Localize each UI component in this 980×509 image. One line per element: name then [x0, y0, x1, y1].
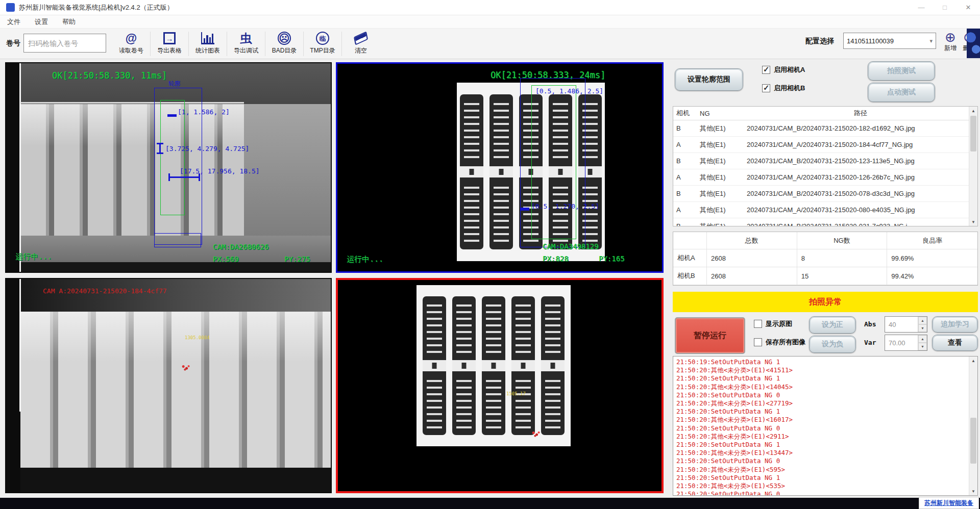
menu-file[interactable]: 文件	[0, 15, 28, 28]
show-original-checkbox[interactable]: 显示原图	[754, 319, 792, 328]
defect-dots	[182, 365, 190, 371]
camera-a-ng-view: CAM A:20240731-215020-184-4cf77 1305.000…	[5, 278, 332, 493]
bottom-status-bar	[0, 498, 980, 509]
read-roll-button[interactable]: @ 读取卷号	[113, 30, 149, 58]
toolbar-separator	[303, 32, 304, 56]
rfid-tag	[511, 296, 535, 435]
clear-button[interactable]: 清空	[343, 30, 379, 58]
table-row[interactable]: B其他(E1)20240731/CAM_B/20240731-215020-07…	[673, 186, 977, 202]
checkbox-icon	[754, 338, 762, 346]
window-title: 苏州新川智能装备视觉系统[品检机]v2.4.2（正式版）	[19, 3, 174, 12]
set-positive-button[interactable]: 设为正	[809, 316, 856, 334]
app-window: 苏州新川智能装备视觉系统[品检机]v2.4.2（正式版） — □ ✕ 文件 设置…	[0, 0, 980, 509]
var-value-stepper[interactable]: 70.00 ▲▼	[885, 335, 927, 351]
camera-a-cam-id: CAM:DA2680626	[213, 243, 269, 251]
stats-rate-b: 99.42%	[887, 267, 977, 285]
minimize-button[interactable]: —	[910, 1, 933, 15]
log-line: 21:50:20:SetOutPutData NG 1	[676, 474, 974, 482]
toolbar-separator	[150, 32, 151, 56]
abs-value-stepper[interactable]: 40 ▲▼	[885, 316, 927, 333]
camera-b-live-view: OK[21:50:58.333, 24ms] [0.5, 1.486, 2.5]…	[336, 62, 664, 273]
log-list[interactable]: 21:50:19:SetOutPutData NG 1 21:50:20:其他<…	[673, 356, 978, 496]
log-line: 21:50:20:其他<未分类>(E1)<2911>	[676, 432, 974, 441]
bad-folder-icon: ☹	[278, 32, 291, 45]
vendor-link-tab: 苏州新川智能装备	[919, 497, 979, 509]
scroll-down-icon[interactable]: ▼	[969, 218, 977, 226]
tmp-folder-button[interactable]: 临 TMP目录	[305, 30, 340, 58]
menu-settings[interactable]: 设置	[28, 15, 55, 28]
statistics-chart-button[interactable]: 统计图表	[190, 30, 226, 58]
append-learning-button[interactable]: 追加学习	[932, 316, 978, 333]
save-all-images-checkbox[interactable]: 保存所有图像	[754, 338, 809, 347]
table-row[interactable]: A其他(E1)20240731/CAM_A/20240731-215020-12…	[673, 169, 977, 186]
table-row[interactable]: B其他(E1)20240731/CAM_B/20240731-215020-02…	[673, 218, 977, 226]
ng-table-scrollbar[interactable]: ▲ ▼	[969, 107, 977, 226]
wallpaper-strip	[967, 29, 980, 58]
export-debug-button[interactable]: 虫 导出调试	[228, 30, 264, 58]
log-line: 21:50:20:SetOutPutData NG 1	[676, 441, 974, 449]
pause-run-button[interactable]: 暂停运行	[675, 317, 745, 354]
toolbar-separator	[265, 32, 265, 56]
table-row[interactable]: B其他(E1)20240731/CAM_B/20240731-215020-12…	[673, 153, 977, 169]
camera-a-status-text: OK[21:50:58.330, 11ms]	[52, 70, 167, 81]
vendor-link[interactable]: 苏州新川智能装备	[924, 499, 973, 507]
enable-camera-a-checkbox[interactable]: 启用相机A	[762, 65, 805, 74]
stepper-down-icon[interactable]: ▼	[918, 324, 927, 332]
log-line: 21:50:20:SetOutPutData NG 1	[676, 374, 974, 383]
export-table-button[interactable]: → 导出表格	[152, 30, 187, 58]
table-row[interactable]: A其他(E1)20240731/CAM_A/20240731-215020-18…	[673, 137, 977, 153]
log-line: 21:50:20:其他<未分类>(E1)<13447>	[676, 449, 974, 457]
camera-b-px: PX:828	[543, 254, 569, 263]
view-button[interactable]: 查看	[932, 335, 978, 351]
rfid-tag	[489, 94, 513, 249]
stepper-down-icon[interactable]: ▼	[918, 343, 927, 350]
measurement-label: [1, 1.586, 2]	[178, 108, 230, 116]
table-row[interactable]: A其他(E1)20240731/CAM_A/20240731-215020-08…	[673, 202, 977, 218]
stats-rate-a: 99.69%	[887, 249, 977, 267]
camera-a-px: PX:569	[213, 255, 239, 263]
config-select-dropdown[interactable]: 1410511100039 ▾	[843, 33, 936, 49]
camera-a-detect-box	[160, 100, 185, 215]
stepper-up-icon[interactable]: ▲	[918, 335, 927, 343]
scroll-down-icon[interactable]: ▼	[969, 487, 977, 495]
capture-alert-banner: 拍照异常	[673, 292, 978, 312]
rfid-tag	[541, 296, 565, 435]
stats-total-b: 2608	[707, 267, 797, 285]
log-line: 21:50:20:其他<未分类>(E1)<535>	[676, 482, 974, 490]
measurement-label: [3.725, 4.279, 4.725]	[165, 145, 249, 152]
measurement-marker	[167, 114, 177, 117]
tmp-folder-icon: 临	[316, 32, 329, 45]
ng-file-table: 相机 NG 路径 B其他(E1)20240731/CAM_B/20240731-…	[673, 106, 978, 226]
table-row[interactable]: B其他(E1)20240731/CAM_B/20240731-215020-18…	[673, 120, 977, 137]
stats-table: 总数 NG数 良品率 相机A 2608 8 99.69% 相机B 2608 15…	[673, 232, 978, 286]
scroll-up-icon[interactable]: ▲	[969, 357, 977, 365]
toolbar-separator	[227, 32, 227, 56]
scrollbar-thumb[interactable]	[970, 418, 976, 464]
close-button[interactable]: ✕	[957, 1, 980, 15]
stepper-up-icon[interactable]: ▲	[918, 317, 927, 324]
camera-b-ng-view: 1505.17	[336, 278, 664, 493]
log-line: 21:50:20:SetOutPutData NG 1	[676, 408, 974, 416]
camera-a-ng-top	[6, 279, 332, 312]
jog-test-button[interactable]: 点动测试	[868, 83, 935, 102]
log-line: 21:50:20:其他<未分类>(E1)<41511>	[676, 366, 974, 374]
capture-test-button[interactable]: 拍照测试	[868, 61, 935, 81]
camera-a-edge-line	[19, 63, 21, 273]
scrollbar-thumb[interactable]	[970, 116, 976, 151]
menu-help[interactable]: 帮助	[55, 15, 83, 28]
toolbar-separator	[341, 32, 342, 56]
log-line: 21:50:20:SetOutPutData NG 0	[676, 457, 974, 465]
stats-row-label: 相机B	[673, 267, 707, 285]
maximize-button[interactable]: □	[933, 1, 957, 15]
scroll-up-icon[interactable]: ▲	[969, 107, 977, 115]
bad-folder-button[interactable]: ☹ BAD目录	[266, 30, 302, 58]
roll-number-input[interactable]	[23, 34, 106, 53]
enable-camera-b-checkbox[interactable]: 启用相机B	[762, 84, 805, 93]
log-line: 21:50:20:其他<未分类>(E1)<27719>	[676, 399, 974, 408]
abs-label: Abs	[864, 320, 876, 328]
set-contour-range-button[interactable]: 设置轮廓范围	[675, 68, 743, 91]
stats-header-rate: 良品率	[887, 232, 977, 249]
log-scrollbar[interactable]: ▲ ▼	[969, 357, 977, 495]
stats-ng-a: 8	[797, 249, 888, 267]
set-negative-button[interactable]: 设为负	[809, 336, 856, 353]
